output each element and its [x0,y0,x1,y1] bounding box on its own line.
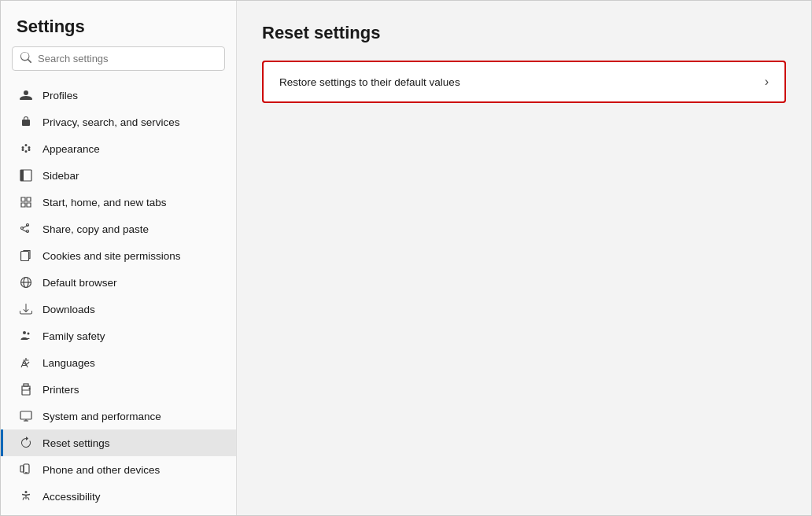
sidebar-icon [19,168,33,182]
privacy-icon [19,115,33,129]
sidebar-item-label: Downloads [42,304,95,315]
sidebar-item-languages[interactable]: Languages [1,349,236,376]
sidebar-item-downloads[interactable]: Downloads [1,296,236,322]
restore-settings-card[interactable]: Restore settings to their default values… [262,61,786,103]
cookies-icon [19,249,33,263]
sidebar-item-appearance[interactable]: Appearance [1,135,236,162]
sidebar-item-label: Family safety [42,330,105,342]
sidebar-item-privacy[interactable]: Privacy, search, and services [1,109,236,135]
search-input[interactable] [38,53,216,64]
sidebar-item-share-copy[interactable]: Share, copy and paste [1,216,236,242]
sidebar-item-about[interactable]: About Microsoft Edge [1,510,236,515]
main-content: Reset settings Restore settings to their… [237,1,811,515]
reset-settings-icon [19,436,33,450]
app-window: Settings Profiles Privacy, search, and s… [0,0,812,516]
appearance-icon [19,142,33,156]
sidebar-item-label: System and performance [42,411,161,422]
sidebar-item-label: Default browser [42,277,117,289]
sidebar-item-printers[interactable]: Printers [1,376,236,403]
default-browser-icon [19,275,33,289]
sidebar-item-label: Share, copy and paste [42,223,149,235]
svg-point-18 [25,491,28,493]
search-icon [20,52,31,65]
downloads-icon [19,302,33,316]
sidebar-item-default-browser[interactable]: Default browser [1,269,236,296]
svg-rect-12 [20,411,31,419]
nav-list: Profiles Privacy, search, and services A… [1,79,236,515]
sidebar-item-system[interactable]: System and performance [1,403,236,429]
sidebar-item-label: Privacy, search, and services [42,116,180,128]
svg-rect-17 [20,466,24,472]
svg-point-8 [28,333,30,335]
start-home-icon [19,195,33,209]
sidebar-item-label: Sidebar [42,170,79,182]
svg-rect-15 [24,464,29,474]
search-box[interactable] [12,46,225,71]
profiles-icon [19,88,33,102]
sidebar-item-label: Languages [42,357,95,369]
sidebar-item-label: Profiles [42,90,78,101]
share-copy-icon [19,222,33,236]
svg-point-7 [23,331,26,334]
svg-point-11 [29,389,30,389]
page-title: Reset settings [262,23,786,43]
system-icon [19,409,33,423]
sidebar-item-profiles[interactable]: Profiles [1,82,236,109]
sidebar-item-family-safety[interactable]: Family safety [1,322,236,349]
sidebar-item-label: Reset settings [42,437,110,449]
sidebar-item-cookies[interactable]: Cookies and site permissions [1,242,236,269]
sidebar: Settings Profiles Privacy, search, and s… [1,1,237,515]
family-safety-icon [19,329,33,343]
svg-rect-10 [24,384,28,386]
svg-rect-2 [20,170,24,181]
sidebar-item-label: Printers [42,384,79,396]
sidebar-item-label: Accessibility [42,491,101,503]
sidebar-item-label: Phone and other devices [42,464,160,476]
sidebar-item-start-home[interactable]: Start, home, and new tabs [1,189,236,216]
sidebar-title: Settings [1,1,236,46]
sidebar-item-label: Cookies and site permissions [42,250,181,262]
sidebar-item-label: Appearance [42,143,100,155]
sidebar-item-accessibility[interactable]: Accessibility [1,483,236,510]
languages-icon [19,356,33,370]
chevron-right-icon: › [765,75,769,89]
phone-devices-icon [19,463,33,477]
printers-icon [19,382,33,396]
sidebar-item-sidebar[interactable]: Sidebar [1,162,236,189]
sidebar-item-reset-settings[interactable]: Reset settings [1,429,236,456]
svg-rect-3 [21,252,29,261]
svg-rect-9 [22,390,30,395]
restore-settings-label: Restore settings to their default values [279,76,460,88]
sidebar-item-label: Start, home, and new tabs [42,197,167,208]
accessibility-icon [19,489,33,503]
svg-point-0 [24,90,28,95]
sidebar-item-phone-devices[interactable]: Phone and other devices [1,456,236,483]
